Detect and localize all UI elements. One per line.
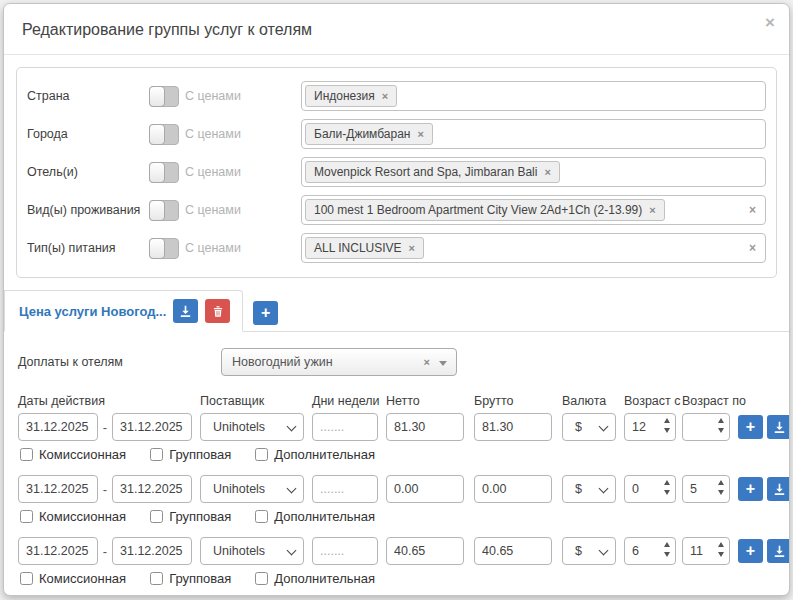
supplier-select[interactable]: Unihotels: [200, 475, 304, 503]
checkbox-icon[interactable]: [255, 448, 268, 461]
date-from-input[interactable]: [18, 475, 98, 503]
chevron-down-icon: [287, 484, 297, 494]
modal-body: Страна С ценами Индонезия × Города С цен…: [4, 55, 789, 596]
country-with-prices-toggle[interactable]: [149, 86, 179, 107]
tag-remove-icon[interactable]: ×: [382, 90, 388, 102]
add-row-button[interactable]: +: [738, 415, 763, 439]
meal-types-tags-field[interactable]: ALL INCLUSIVE × ×: [301, 233, 766, 263]
supplier-select[interactable]: Unihotels: [200, 537, 304, 565]
step-down-icon[interactable]: [718, 552, 724, 557]
currency-select[interactable]: $: [562, 475, 616, 503]
tab-download-button[interactable]: [173, 299, 198, 323]
close-icon[interactable]: ×: [765, 14, 775, 31]
additional-checkbox-item[interactable]: Дополнительная: [255, 571, 375, 586]
tab-service-price[interactable]: Цена услуги Новогод...: [4, 290, 243, 332]
add-tab-button[interactable]: +: [253, 301, 278, 325]
tag-remove-icon[interactable]: ×: [544, 166, 550, 178]
supplier-value: Unihotels: [213, 544, 265, 558]
header-brutto: Брутто: [474, 394, 552, 408]
step-down-icon[interactable]: [718, 490, 724, 495]
checkbox-icon[interactable]: [20, 510, 33, 523]
tag-remove-icon[interactable]: ×: [649, 204, 655, 216]
tag-remove-icon[interactable]: ×: [409, 242, 415, 254]
stepper-arrows: [718, 418, 724, 433]
netto-input[interactable]: [386, 413, 464, 441]
tag-chip: Movenpick Resort and Spa, Jimbaran Bali …: [305, 161, 560, 183]
checkbox-icon[interactable]: [150, 448, 163, 461]
weekdays-input[interactable]: [312, 537, 378, 565]
weekdays-input[interactable]: [312, 475, 378, 503]
age-to-stepper: [682, 537, 730, 565]
currency-value: $: [575, 420, 582, 434]
additional-label: Дополнительная: [274, 571, 375, 586]
checkbox-icon[interactable]: [20, 572, 33, 585]
add-row-button[interactable]: +: [738, 539, 763, 563]
step-up-icon[interactable]: [664, 542, 670, 547]
commission-checkbox-item[interactable]: Комиссионная: [20, 571, 126, 586]
tab-delete-button[interactable]: [205, 299, 230, 323]
currency-select[interactable]: $: [562, 413, 616, 441]
group-checkbox-item[interactable]: Групповая: [150, 571, 231, 586]
download-row-button[interactable]: [767, 539, 790, 563]
supplier-select[interactable]: Unihotels: [200, 413, 304, 441]
step-up-icon[interactable]: [718, 418, 724, 423]
surcharge-select[interactable]: Новогодний ужин ×: [221, 348, 457, 376]
brutto-input[interactable]: [474, 413, 552, 441]
tag-text: Бали-Джимбаран: [314, 127, 410, 141]
tab-panel: Доплаты к отелям Новогодний ужин × Даты …: [16, 332, 777, 586]
date-to-input[interactable]: [112, 475, 192, 503]
download-row-button[interactable]: [767, 477, 790, 501]
step-down-icon[interactable]: [664, 552, 670, 557]
trash-icon: [212, 305, 224, 318]
step-down-icon[interactable]: [664, 428, 670, 433]
date-from-input[interactable]: [18, 537, 98, 565]
commission-label: Комиссионная: [39, 447, 126, 462]
step-up-icon[interactable]: [664, 418, 670, 423]
checkbox-icon[interactable]: [150, 572, 163, 585]
tag-remove-icon[interactable]: ×: [417, 128, 423, 140]
checkbox-icon[interactable]: [255, 572, 268, 585]
step-up-icon[interactable]: [664, 480, 670, 485]
step-up-icon[interactable]: [718, 542, 724, 547]
field-clear-icon[interactable]: ×: [749, 241, 756, 255]
netto-input[interactable]: [386, 475, 464, 503]
group-checkbox-item[interactable]: Групповая: [150, 447, 231, 462]
group-label: Групповая: [169, 509, 231, 524]
room-types-tags-field[interactable]: 100 mest 1 Bedroom Apartment City View 2…: [301, 195, 766, 225]
additional-checkbox-item[interactable]: Дополнительная: [255, 447, 375, 462]
commission-checkbox-item[interactable]: Комиссионная: [20, 509, 126, 524]
download-row-button[interactable]: [767, 415, 790, 439]
cities-with-prices-toggle[interactable]: [149, 124, 179, 145]
date-to-input[interactable]: [112, 413, 192, 441]
stepper-arrows: [718, 480, 724, 495]
country-tags-field[interactable]: Индонезия ×: [301, 81, 766, 111]
checkbox-icon[interactable]: [20, 448, 33, 461]
brutto-input[interactable]: [474, 475, 552, 503]
field-clear-icon[interactable]: ×: [749, 203, 756, 217]
step-down-icon[interactable]: [664, 490, 670, 495]
hotels-tags-field[interactable]: Movenpick Resort and Spa, Jimbaran Bali …: [301, 157, 766, 187]
surcharge-clear-icon[interactable]: ×: [424, 356, 430, 368]
brutto-input[interactable]: [474, 537, 552, 565]
checkbox-icon[interactable]: [150, 510, 163, 523]
modal-title: Редактирование группы услуг к отелям: [22, 21, 771, 39]
step-up-icon[interactable]: [718, 480, 724, 485]
add-row-button[interactable]: +: [738, 477, 763, 501]
commission-checkbox-item[interactable]: Комиссионная: [20, 447, 126, 462]
netto-input[interactable]: [386, 537, 464, 565]
price-row-checkboxes: Комиссионная Групповая Дополнительная: [20, 509, 775, 524]
hotels-with-prices-toggle[interactable]: [149, 162, 179, 183]
plus-icon: +: [746, 543, 755, 559]
currency-select[interactable]: $: [562, 537, 616, 565]
country-with-prices-wrap: С ценами: [149, 86, 301, 107]
date-to-input[interactable]: [112, 537, 192, 565]
cities-tags-field[interactable]: Бали-Джимбаран ×: [301, 119, 766, 149]
date-from-input[interactable]: [18, 413, 98, 441]
meal-types-with-prices-toggle[interactable]: [149, 238, 179, 259]
weekdays-input[interactable]: [312, 413, 378, 441]
step-down-icon[interactable]: [718, 428, 724, 433]
additional-checkbox-item[interactable]: Дополнительная: [255, 509, 375, 524]
checkbox-icon[interactable]: [255, 510, 268, 523]
room-types-with-prices-toggle[interactable]: [149, 200, 179, 221]
group-checkbox-item[interactable]: Групповая: [150, 509, 231, 524]
